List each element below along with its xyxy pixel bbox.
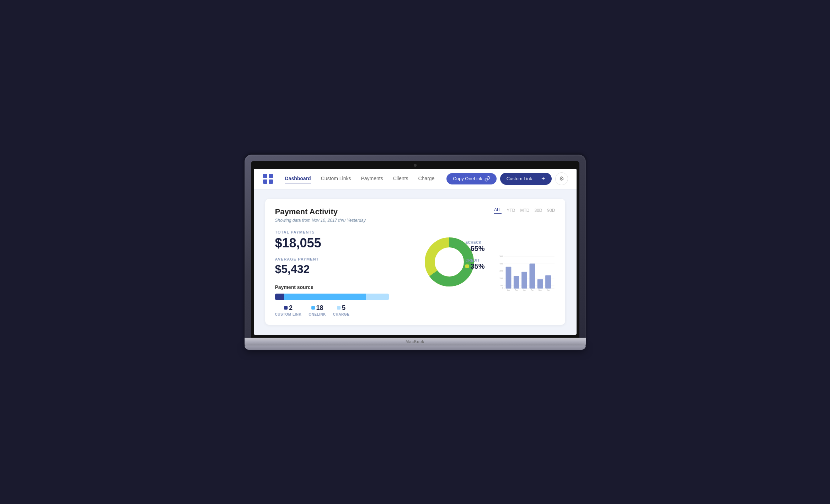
copy-onelink-label: Copy OneLink xyxy=(453,176,482,181)
custom-link-label: Custom Link xyxy=(507,176,532,181)
svg-text:4000: 4000 xyxy=(499,263,503,264)
total-payments-label: TOTAL PAYMENTS xyxy=(275,230,410,234)
filter-ytd[interactable]: YTD xyxy=(507,208,515,213)
echeck-dot xyxy=(465,247,469,250)
stats-section: TOTAL PAYMENTS $18,055 AVERAGE PAYMENT $… xyxy=(275,230,410,316)
avg-payment-label: AVERAGE PAYMENT xyxy=(275,257,410,261)
source-bar-charge xyxy=(366,294,389,300)
svg-text:1000: 1000 xyxy=(499,285,503,286)
legend-custom-name: CUSTOM LINK xyxy=(275,312,302,316)
svg-rect-0 xyxy=(263,174,267,178)
source-bar-custom xyxy=(275,294,284,300)
nav-clients[interactable]: Clients xyxy=(393,174,408,183)
label-jan: Jan xyxy=(507,289,510,291)
svg-text:3000: 3000 xyxy=(499,270,503,272)
donut-legend-echeck: ECHECK 65% xyxy=(465,241,484,253)
total-payments-value: $18,055 xyxy=(275,236,410,251)
donut-section: ECHECK 65% CREDIT xyxy=(410,230,488,316)
copy-onelink-button[interactable]: Copy OneLink xyxy=(446,173,496,184)
link-icon xyxy=(484,176,490,182)
nav-dashboard[interactable]: Dashboard xyxy=(285,174,311,183)
bar-chart-svg: 5000 4000 3000 2000 1000 0 xyxy=(499,230,555,316)
laptop-screen-outer: Dashboard Custom Links Payments Clients … xyxy=(245,155,586,338)
bar-chart-section: 5000 4000 3000 2000 1000 0 xyxy=(488,230,555,316)
avg-payment-value: $5,432 xyxy=(275,263,410,276)
custom-link-plus: + xyxy=(541,176,545,182)
card-header: Payment Activity Showing data from Nov 1… xyxy=(275,207,555,223)
echeck-pct: 65% xyxy=(470,245,484,253)
legend-onelink: 18 ONELINK xyxy=(309,304,326,316)
nav-links: Dashboard Custom Links Payments Clients … xyxy=(285,174,447,183)
app-logo xyxy=(262,173,274,184)
legend-onelink-dot-row: 18 xyxy=(311,304,323,312)
legend-charge: 5 CHARGE xyxy=(333,304,349,316)
svg-text:2000: 2000 xyxy=(499,277,503,279)
plus-icon xyxy=(534,176,539,181)
echeck-value-row: 65% xyxy=(465,245,484,253)
laptop-base: MacBook xyxy=(245,338,586,345)
laptop-brand-label: MacBook xyxy=(406,339,424,344)
label-may: May xyxy=(539,289,542,291)
svg-rect-1 xyxy=(269,174,273,178)
filter-all[interactable]: ALL xyxy=(494,207,502,214)
bar-may xyxy=(537,279,543,288)
credit-label: CREDIT xyxy=(465,258,484,262)
svg-rect-2 xyxy=(263,179,267,184)
filter-mtd[interactable]: MTD xyxy=(520,208,529,213)
echeck-label: ECHECK xyxy=(465,241,484,245)
credit-dot xyxy=(465,264,469,268)
nav-payments[interactable]: Payments xyxy=(361,174,383,183)
legend-dot-custom xyxy=(284,306,288,310)
laptop-bezel: Dashboard Custom Links Payments Clients … xyxy=(251,161,579,338)
legend-charge-name: CHARGE xyxy=(333,312,349,316)
nav-charge[interactable]: Charge xyxy=(418,174,434,183)
card-body: TOTAL PAYMENTS $18,055 AVERAGE PAYMENT $… xyxy=(275,230,555,316)
label-jun: Jun xyxy=(547,289,550,291)
legend-custom-count: 2 xyxy=(289,304,293,312)
label-apr: Apr xyxy=(531,289,534,291)
svg-text:5000: 5000 xyxy=(499,256,503,257)
credit-pct: 35% xyxy=(470,262,484,270)
filter-90d[interactable]: 90D xyxy=(547,208,555,213)
app-navbar: Dashboard Custom Links Payments Clients … xyxy=(254,169,577,189)
filter-30d[interactable]: 30D xyxy=(534,208,542,213)
bar-apr xyxy=(529,263,535,288)
bar-jun xyxy=(545,275,551,288)
gear-icon: ⚙ xyxy=(559,175,564,182)
laptop-foot xyxy=(245,345,586,350)
laptop-container: Dashboard Custom Links Payments Clients … xyxy=(245,155,586,350)
credit-value-row: 35% xyxy=(465,262,484,270)
card-title: Payment Activity xyxy=(275,207,366,216)
legend-dot-onelink xyxy=(311,306,315,310)
card-header-left: Payment Activity Showing data from Nov 1… xyxy=(275,207,366,223)
donut-legend-credit: CREDIT 35% xyxy=(465,258,484,270)
legend-dot-charge xyxy=(337,306,341,310)
bar-mar xyxy=(521,272,527,288)
custom-link-button[interactable]: Custom Link + xyxy=(500,173,552,185)
time-filters: ALL YTD MTD 30D 90D xyxy=(494,207,555,214)
payment-activity-card: Payment Activity Showing data from Nov 1… xyxy=(265,199,565,325)
settings-button[interactable]: ⚙ xyxy=(555,172,568,185)
nav-actions: Copy OneLink Custom Link + xyxy=(446,172,568,185)
svg-text:0: 0 xyxy=(502,287,503,289)
app-content: Payment Activity Showing data from Nov 1… xyxy=(254,189,577,335)
label-mar: Mar xyxy=(523,289,526,291)
legend-charge-dot-row: 5 xyxy=(337,304,346,312)
nav-custom-links[interactable]: Custom Links xyxy=(321,174,351,183)
legend-custom-link: 2 CUSTOM LINK xyxy=(275,304,302,316)
legend-charge-count: 5 xyxy=(342,304,346,312)
payment-source-label: Payment source xyxy=(275,284,410,290)
bar-feb xyxy=(513,276,519,288)
legend-onelink-count: 18 xyxy=(316,304,323,312)
source-legend: 2 CUSTOM LINK 18 xyxy=(275,304,410,316)
label-feb: Feb xyxy=(515,289,518,291)
source-bar-onelink xyxy=(284,294,366,300)
svg-rect-3 xyxy=(269,179,273,184)
donut-legend: ECHECK 65% CREDIT xyxy=(465,241,484,270)
source-bar xyxy=(275,294,389,300)
laptop-screen: Dashboard Custom Links Payments Clients … xyxy=(254,169,577,335)
legend-custom-link-dot-row: 2 xyxy=(284,304,293,312)
legend-onelink-name: ONELINK xyxy=(309,312,326,316)
svg-point-6 xyxy=(437,249,462,275)
card-subtitle: Showing data from Nov 10, 2017 thru Yest… xyxy=(275,218,366,223)
